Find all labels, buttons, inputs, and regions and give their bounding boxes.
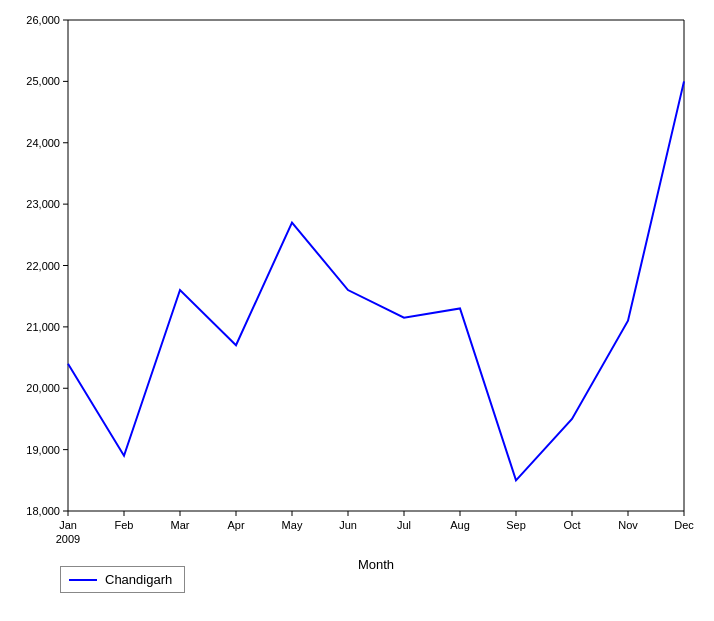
svg-text:18,000: 18,000 bbox=[26, 505, 60, 517]
svg-text:Jan: Jan bbox=[59, 519, 77, 531]
chart-container: 18,00019,00020,00021,00022,00023,00024,0… bbox=[0, 0, 714, 621]
svg-text:Dec: Dec bbox=[674, 519, 694, 531]
svg-text:21,000: 21,000 bbox=[26, 321, 60, 333]
svg-text:Apr: Apr bbox=[227, 519, 244, 531]
svg-text:Mar: Mar bbox=[171, 519, 190, 531]
svg-text:Nov: Nov bbox=[618, 519, 638, 531]
svg-text:22,000: 22,000 bbox=[26, 260, 60, 272]
chart-legend: Chandigarh bbox=[60, 566, 185, 593]
line-chart: 18,00019,00020,00021,00022,00023,00024,0… bbox=[0, 0, 714, 621]
svg-text:Aug: Aug bbox=[450, 519, 470, 531]
svg-text:24,000: 24,000 bbox=[26, 137, 60, 149]
svg-text:25,000: 25,000 bbox=[26, 75, 60, 87]
svg-text:Jun: Jun bbox=[339, 519, 357, 531]
svg-text:Feb: Feb bbox=[115, 519, 134, 531]
svg-text:Sep: Sep bbox=[506, 519, 526, 531]
legend-label: Chandigarh bbox=[105, 572, 172, 587]
svg-text:23,000: 23,000 bbox=[26, 198, 60, 210]
svg-text:26,000: 26,000 bbox=[26, 14, 60, 26]
svg-text:Oct: Oct bbox=[563, 519, 580, 531]
svg-text:20,000: 20,000 bbox=[26, 382, 60, 394]
svg-text:May: May bbox=[282, 519, 303, 531]
svg-text:19,000: 19,000 bbox=[26, 444, 60, 456]
legend-line-icon bbox=[69, 579, 97, 581]
svg-text:Jul: Jul bbox=[397, 519, 411, 531]
svg-text:2009: 2009 bbox=[56, 533, 80, 545]
svg-text:Month: Month bbox=[358, 557, 394, 572]
